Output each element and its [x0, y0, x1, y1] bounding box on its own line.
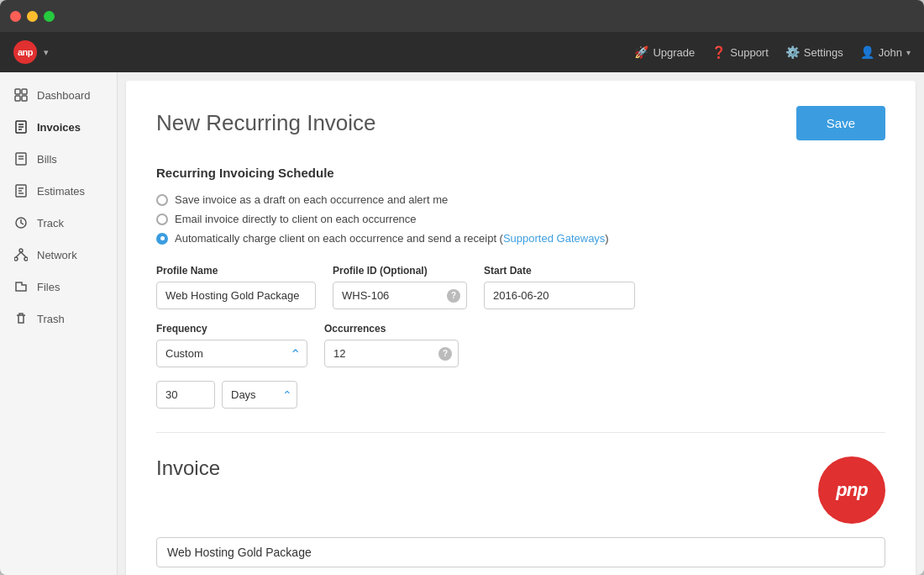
radio-auto-circle: [156, 233, 168, 245]
settings-icon: ⚙️: [785, 45, 800, 59]
page-title: New Recurring Invoice: [156, 110, 376, 136]
bills-icon: [13, 151, 29, 166]
sidebar-item-track[interactable]: Track: [0, 207, 117, 239]
app-window: anp ▾ 🚀 Upgrade ❓ Support ⚙️ Settings: [0, 0, 924, 575]
support-label: Support: [730, 46, 769, 59]
invoice-name-input[interactable]: [156, 537, 885, 567]
user-icon: 👤: [860, 45, 874, 59]
sidebar-network-label: Network: [37, 249, 77, 261]
sidebar: Dashboard Invoices Bills: [0, 72, 118, 575]
close-button[interactable]: [10, 11, 21, 22]
logo-icon[interactable]: anp: [13, 40, 37, 64]
app-body: anp ▾ 🚀 Upgrade ❓ Support ⚙️ Settings: [0, 32, 924, 575]
section-divider: [156, 432, 885, 433]
estimates-icon: [13, 183, 29, 198]
settings-label: Settings: [804, 46, 843, 59]
svg-point-17: [14, 257, 18, 261]
user-label: John: [879, 46, 902, 59]
sidebar-item-bills[interactable]: Bills: [0, 143, 117, 175]
profile-id-help-icon: ?: [447, 289, 460, 303]
upgrade-label: Upgrade: [653, 46, 695, 59]
svg-point-18: [24, 257, 28, 261]
days-select-wrapper: Days Weeks Months ⌃: [222, 381, 297, 409]
radio-email-label: Email invoice directly to client on each…: [175, 213, 417, 225]
svg-line-20: [21, 252, 26, 257]
sidebar-track-label: Track: [37, 217, 64, 229]
invoice-section: Invoice pnp From Pens n Pencils Studio: [156, 456, 885, 575]
sidebar-dashboard-label: Dashboard: [37, 89, 91, 102]
user-nav-item[interactable]: 👤 John ▾: [860, 45, 911, 59]
invoice-logo: pnp: [818, 456, 885, 524]
settings-nav-item[interactable]: ⚙️ Settings: [785, 45, 843, 59]
sidebar-item-invoices[interactable]: Invoices: [0, 111, 117, 143]
days-unit-select[interactable]: Days Weeks Months: [222, 381, 297, 409]
frequency-label: Frequency: [156, 323, 307, 335]
occurrences-label: Occurrences: [324, 323, 459, 335]
support-nav-item[interactable]: ❓ Support: [711, 45, 769, 59]
sidebar-trash-label: Trash: [37, 313, 65, 325]
profile-id-wrapper: ?: [333, 282, 467, 309]
radio-group: Save invoice as a draft on each occurren…: [156, 193, 885, 245]
user-chevron-icon: ▾: [906, 48, 911, 57]
invoice-header: Invoice pnp: [156, 456, 885, 524]
nav-right-items: 🚀 Upgrade ❓ Support ⚙️ Settings 👤 John ▾: [634, 45, 911, 59]
svg-rect-0: [15, 89, 20, 94]
traffic-lights: [10, 11, 55, 22]
frequency-group: Frequency Custom Weekly Monthly Yearly ⌃: [156, 323, 307, 367]
page-header: New Recurring Invoice Save: [156, 106, 885, 140]
start-date-label: Start Date: [484, 265, 635, 277]
trash-icon: [13, 311, 29, 326]
radio-draft-circle: [156, 194, 168, 206]
radio-draft[interactable]: Save invoice as a draft on each occurren…: [156, 193, 885, 206]
profile-name-group: Profile Name: [156, 265, 316, 309]
frequency-select[interactable]: Custom Weekly Monthly Yearly: [156, 340, 307, 367]
sidebar-item-files[interactable]: Files: [0, 271, 117, 303]
support-icon: ❓: [711, 45, 726, 59]
sidebar-invoices-label: Invoices: [37, 121, 81, 134]
main-content: New Recurring Invoice Save Recurring Inv…: [118, 72, 924, 575]
dashboard-icon: [13, 87, 29, 103]
sidebar-item-estimates[interactable]: Estimates: [0, 175, 117, 207]
radio-email-circle: [156, 214, 168, 225]
nav-logo-area: anp ▾: [13, 40, 49, 64]
supported-gateways-link[interactable]: Supported Gateways: [503, 232, 605, 245]
radio-email[interactable]: Email invoice directly to client on each…: [156, 213, 885, 225]
days-input[interactable]: [156, 381, 215, 409]
top-nav: anp ▾ 🚀 Upgrade ❓ Support ⚙️ Settings: [0, 32, 924, 72]
occurrences-help-icon: ?: [438, 347, 452, 361]
recurring-section: Recurring Invoicing Schedule Save invoic…: [156, 166, 885, 409]
invoice-title: Invoice: [156, 456, 220, 480]
frequency-select-wrapper: Custom Weekly Monthly Yearly ⌃: [156, 340, 307, 367]
occurrences-group: Occurrences ?: [324, 323, 459, 367]
sidebar-estimates-label: Estimates: [37, 185, 85, 198]
radio-auto[interactable]: Automatically charge client on each occu…: [156, 232, 885, 245]
title-bar: [0, 0, 924, 32]
radio-auto-label: Automatically charge client on each occu…: [175, 232, 609, 245]
logo-chevron-icon: ▾: [44, 47, 49, 58]
radio-draft-label: Save invoice as a draft on each occurren…: [175, 193, 448, 206]
start-date-input[interactable]: [484, 282, 635, 309]
profile-id-group: Profile ID (Optional) ?: [333, 265, 467, 309]
sidebar-item-network[interactable]: Network: [0, 239, 117, 271]
files-icon: [13, 279, 29, 294]
profile-name-input[interactable]: [156, 282, 316, 309]
invoices-icon: [13, 119, 29, 135]
upgrade-nav-item[interactable]: 🚀 Upgrade: [634, 45, 695, 59]
upgrade-icon: 🚀: [634, 45, 648, 59]
days-row: Days Weeks Months ⌃: [156, 381, 885, 409]
svg-rect-2: [15, 96, 20, 101]
minimize-button[interactable]: [27, 11, 38, 22]
network-icon: [13, 247, 29, 262]
sidebar-item-dashboard[interactable]: Dashboard: [0, 79, 117, 111]
start-date-group: Start Date: [484, 265, 635, 309]
svg-rect-3: [22, 96, 27, 101]
form-row-2: Frequency Custom Weekly Monthly Yearly ⌃: [156, 323, 885, 367]
sidebar-item-trash[interactable]: Trash: [0, 303, 117, 335]
occurrences-wrapper: ?: [324, 340, 459, 367]
maximize-button[interactable]: [44, 11, 55, 22]
logo-text: anp: [18, 47, 33, 57]
save-button[interactable]: Save: [796, 106, 885, 140]
sidebar-files-label: Files: [37, 281, 60, 293]
svg-line-19: [16, 252, 21, 257]
profile-name-label: Profile Name: [156, 265, 316, 277]
